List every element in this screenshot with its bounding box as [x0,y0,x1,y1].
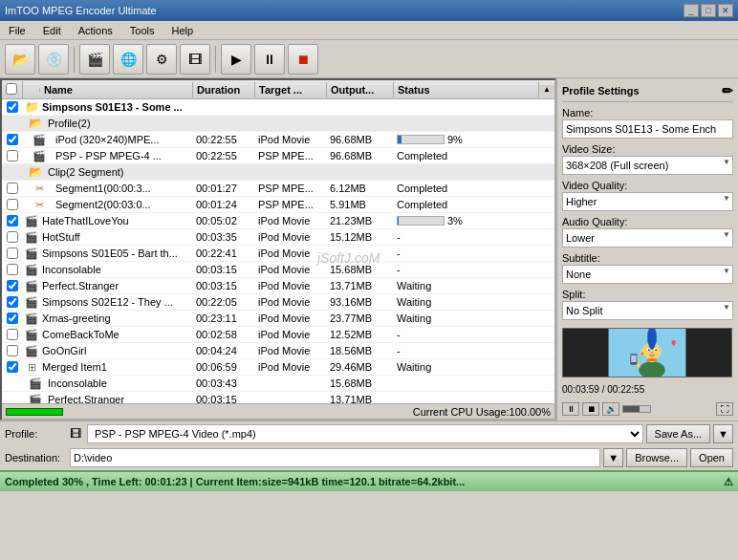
table-row[interactable]: 🎬 HateThatILoveYou 00:05:02 iPod Movie 2… [2,213,554,229]
video-quality-select[interactable]: Higher [562,192,733,211]
minimize-btn[interactable]: _ [684,4,699,17]
table-row[interactable]: 🎬 Simpsons S02E12 - They ... 00:22:05 iP… [2,294,554,311]
row-checkbox[interactable] [7,361,18,373]
header-status[interactable]: Status [394,82,539,97]
row-checkbox[interactable] [7,150,18,162]
table-row[interactable]: 🎬 Simpsons S01E05 - Bart th... 00:22:41 … [2,246,554,262]
menu-edit[interactable]: Edit [39,24,65,37]
save-as-button[interactable]: Save As... [646,424,711,443]
row-status: Waiting [394,279,554,292]
row-name: HateThatILoveYou [40,214,193,227]
play-pause-btn[interactable]: ⏸ [562,402,579,416]
open-file-button[interactable]: 📂 [5,44,35,75]
table-row[interactable]: ⊞ Merged Item1 00:06:59 iPod Movie 29.46… [2,359,554,376]
header-target[interactable]: Target ... [255,82,327,97]
window-controls[interactable]: _ □ ✕ [684,4,733,17]
select-all-checkbox[interactable] [6,83,17,95]
row-status: - [394,328,554,341]
profile-arrow-button[interactable]: ▼ [713,424,733,443]
mute-btn[interactable]: 🔊 [602,402,619,416]
video-size-select[interactable]: 368×208 (Full screen) [562,156,733,175]
row-checkbox[interactable] [7,231,18,243]
row-name: Merged Item1 [40,360,193,374]
statusbar: Completed 30% , Time Left: 00:01:23 | Cu… [0,470,738,491]
edit-icon[interactable]: ✏ [722,83,733,98]
row-duration: 00:04:24 [193,344,255,357]
table-row[interactable]: 📁 Simpsons S01E13 - Some ... [2,99,554,116]
table-row[interactable]: ✂ Segment2(00:03:0... 00:01:24 PSP MPE..… [2,197,554,213]
split-select[interactable]: No Split [562,301,733,320]
audio-quality-field-group: Audio Quality: Lower [562,216,733,248]
dest-input[interactable] [70,448,600,467]
table-row[interactable]: 📂 Clip(2 Segment) [2,164,554,181]
record-button[interactable]: ▶ [221,44,251,75]
titlebar: ImTOO MPEG Encoder Ultimate _ □ ✕ [0,0,738,21]
row-duration: 00:22:05 [193,295,255,309]
row-checkbox[interactable] [7,345,18,356]
row-checkbox[interactable] [7,101,18,113]
table-row[interactable]: 🎬 Inconsolable 00:03:43 15.68MB [2,376,554,392]
row-status: - [394,230,554,244]
row-duration: 00:03:43 [193,377,255,390]
row-checkbox[interactable] [7,199,18,210]
audio-quality-select[interactable]: Lower [562,228,733,248]
header-duration[interactable]: Duration [193,82,255,97]
volume-slider[interactable] [622,405,651,413]
browse-button[interactable]: Browse... [626,448,687,467]
row-checkbox[interactable] [7,280,18,291]
svg-point-14 [647,358,658,361]
row-output [327,122,394,124]
row-target [255,382,327,384]
table-row[interactable]: 🎬 iPod (320×240)MPE... 00:22:55 iPod Mov… [2,132,554,148]
close-btn[interactable]: ✕ [718,4,733,17]
row-name: Profile(2) [40,117,193,130]
pause-button[interactable]: ⏸ [254,44,285,75]
table-row[interactable]: ✂ Segment1(00:00:3... 00:01:27 PSP MPE..… [2,181,554,197]
row-duration [193,122,255,124]
header-output[interactable]: Output... [327,82,394,97]
menu-help[interactable]: Help [167,24,197,37]
menu-actions[interactable]: Actions [75,24,117,37]
row-output: 5.91MB [327,198,394,211]
table-row[interactable]: 📂 Profile(2) [2,116,554,132]
row-checkbox[interactable] [7,264,18,275]
subtitle-select[interactable]: None [562,265,733,284]
open-disc-button[interactable]: 💿 [38,44,69,75]
table-row[interactable]: 🎬 Xmas-greeting 00:23:11 iPod Movie 23.7… [2,311,554,327]
row-checkbox[interactable] [7,248,18,259]
row-duration: 00:02:58 [193,328,255,341]
add-movie-button[interactable]: 🎬 [79,44,110,75]
maximize-btn[interactable]: □ [701,4,716,17]
profile-select[interactable]: PSP - PSP MPEG-4 Video (*.mp4) [87,424,643,443]
menu-tools[interactable]: Tools [126,24,159,37]
scroll-up-btn[interactable]: ▲ [539,85,554,94]
row-target: iPod Movie [255,263,327,276]
dest-arrow-button[interactable]: ▼ [603,448,623,467]
manage-button[interactable]: 🎞 [180,44,210,75]
table-row[interactable]: 🎬 Inconsolable 00:03:15 iPod Movie 15.68… [2,262,554,278]
open-button[interactable]: Open [690,448,733,467]
fullscreen-btn[interactable]: ⛶ [716,402,733,416]
row-checkbox[interactable] [7,215,18,226]
options-button[interactable]: ⚙ [146,44,177,75]
row-output: 13.71MB [327,393,394,403]
row-checkbox[interactable] [7,329,18,340]
row-name: Segment2(00:03:0... [40,198,193,211]
name-input[interactable] [562,119,733,139]
table-row[interactable]: 🎬 Perfect.Stranger 00:03:15 iPod Movie 1… [2,278,554,294]
menu-file[interactable]: File [5,24,30,37]
row-name: ComeBackToMe [40,328,193,341]
row-checkbox[interactable] [7,312,18,324]
table-row[interactable]: 🎬 ComeBackToMe 00:02:58 iPod Movie 12.52… [2,327,554,343]
table-row[interactable]: 🎬 HotStuff 00:03:35 iPod Movie 15.12MB - [2,229,554,246]
table-row[interactable]: 🎬 PSP - PSP MPEG-4 ... 00:22:55 PSP MPE.… [2,148,554,164]
table-row[interactable]: 🎬 GoOnGirl 00:04:24 iPod Movie 18.56MB - [2,343,554,359]
header-name[interactable]: Name [40,82,193,97]
stop-btn[interactable]: ⏹ [582,402,599,416]
table-row[interactable]: 🎬 Perfect.Stranger 00:03:15 13.71MB [2,392,554,403]
row-checkbox[interactable] [7,183,18,194]
row-checkbox[interactable] [7,134,18,145]
stop-button[interactable]: ⏹ [288,44,318,75]
settings-button[interactable]: 🌐 [113,44,143,75]
row-checkbox[interactable] [7,296,18,308]
